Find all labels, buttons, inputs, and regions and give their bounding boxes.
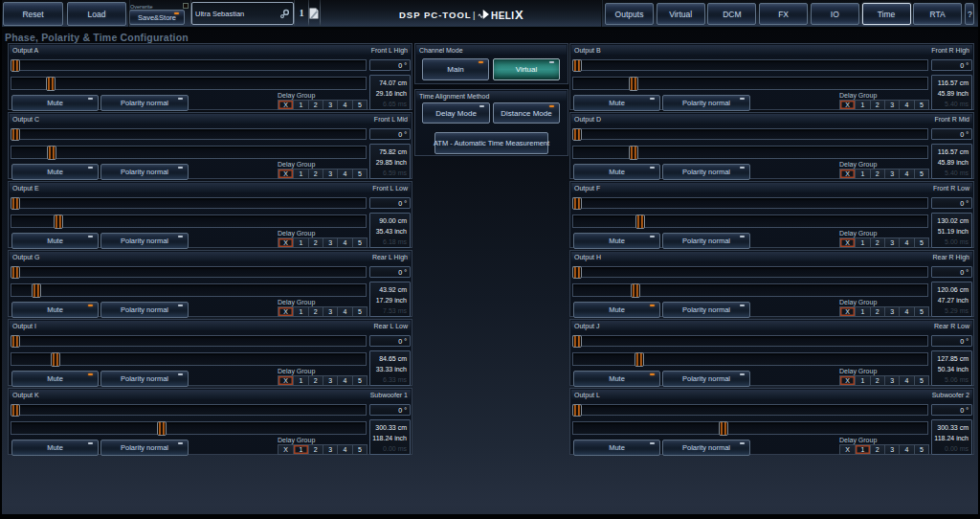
mute-button[interactable]: Mute (573, 371, 660, 387)
delay-slider[interactable] (11, 146, 367, 159)
delay-group-option-x[interactable]: X (840, 445, 855, 454)
delay-group-option-2[interactable]: 2 (308, 169, 323, 178)
delay-group-option-1[interactable]: 1 (855, 101, 869, 109)
delay-group-option-5[interactable]: 5 (914, 376, 928, 385)
phase-slider-handle[interactable] (11, 404, 20, 417)
delay-group-option-x[interactable]: X (278, 445, 293, 454)
mute-button[interactable]: Mute (573, 302, 660, 318)
delay-group-option-1[interactable]: 1 (293, 445, 307, 454)
delay-group-option-3[interactable]: 3 (323, 376, 337, 385)
delay-slider-handle[interactable] (47, 146, 56, 160)
delay-group-option-3[interactable]: 3 (323, 101, 337, 109)
polarity-button[interactable]: Polarity normal (100, 440, 189, 456)
delay-group-option-2[interactable]: 2 (870, 169, 884, 178)
nav-button-outputs[interactable]: Outputs (605, 3, 654, 25)
delay-group-option-4[interactable]: 4 (899, 376, 913, 385)
delay-group-option-4[interactable]: 4 (899, 169, 913, 178)
search-icon[interactable] (279, 9, 290, 19)
mute-button[interactable]: Mute (573, 164, 660, 180)
delay-group-option-5[interactable]: 5 (352, 307, 367, 316)
delay-group-option-4[interactable]: 4 (337, 238, 351, 247)
delay-slider[interactable] (572, 352, 928, 366)
delay-group-option-x[interactable]: X (840, 238, 855, 247)
phase-slider[interactable] (572, 197, 928, 209)
delay-group-option-2[interactable]: 2 (308, 376, 323, 385)
delay-group-option-2[interactable]: 2 (870, 445, 884, 454)
time-alignment-distance-mode[interactable]: Distance Mode (493, 102, 560, 124)
polarity-button[interactable]: Polarity normal (100, 95, 189, 111)
delay-group-option-2[interactable]: 2 (308, 238, 323, 247)
delay-group-option-2[interactable]: 2 (870, 376, 884, 385)
polarity-button[interactable]: Polarity normal (662, 95, 750, 111)
delay-group-option-5[interactable]: 5 (914, 101, 928, 109)
delay-group-option-4[interactable]: 4 (899, 445, 913, 454)
delay-group-option-5[interactable]: 5 (352, 376, 367, 385)
mute-button[interactable]: Mute (573, 95, 660, 111)
polarity-button[interactable]: Polarity normal (662, 233, 750, 249)
delay-slider[interactable] (572, 214, 928, 228)
delay-slider[interactable] (11, 77, 367, 90)
document-icon[interactable] (308, 2, 320, 25)
phase-slider-handle[interactable] (572, 335, 582, 348)
channel-mode-main[interactable]: Main (422, 58, 489, 80)
phase-slider-handle[interactable] (11, 59, 20, 72)
delay-group-option-3[interactable]: 3 (884, 376, 899, 385)
delay-slider[interactable] (572, 77, 928, 90)
delay-slider-handle[interactable] (719, 421, 728, 436)
delay-group-option-3[interactable]: 3 (884, 238, 899, 247)
phase-slider[interactable] (11, 335, 367, 347)
channel-mode-virtual[interactable]: Virtual (493, 58, 560, 80)
polarity-button[interactable]: Polarity normal (662, 371, 750, 387)
delay-group-option-1[interactable]: 1 (855, 238, 869, 247)
phase-slider-handle[interactable] (11, 266, 20, 279)
delay-group-option-1[interactable]: 1 (855, 307, 869, 316)
nav-button-io[interactable]: IO (811, 3, 859, 25)
atm-button[interactable]: ATM - Automatic Time Measurement (434, 132, 548, 154)
mute-button[interactable]: Mute (11, 440, 99, 456)
delay-slider[interactable] (11, 283, 367, 297)
load-button[interactable]: Load (67, 2, 126, 26)
delay-group-option-4[interactable]: 4 (337, 307, 351, 316)
delay-group-option-3[interactable]: 3 (323, 445, 337, 454)
delay-group-option-5[interactable]: 5 (352, 238, 367, 247)
setup-name-field[interactable]: Ultra Sebastian (191, 2, 294, 25)
delay-group-option-x[interactable]: X (278, 307, 293, 316)
delay-slider-handle[interactable] (157, 421, 167, 436)
polarity-button[interactable]: Polarity normal (100, 302, 189, 318)
delay-group-option-4[interactable]: 4 (337, 169, 351, 178)
phase-slider-handle[interactable] (572, 404, 582, 417)
delay-slider[interactable] (572, 283, 928, 297)
mute-button[interactable]: Mute (573, 233, 660, 249)
nav-button-rta[interactable]: RTA (913, 3, 962, 25)
save-store-button[interactable]: Save&Store (129, 10, 185, 25)
delay-slider-handle[interactable] (46, 77, 56, 91)
nav-button-time[interactable]: Time (862, 3, 911, 25)
delay-group-option-5[interactable]: 5 (352, 101, 367, 109)
delay-group-option-x[interactable]: X (840, 169, 855, 178)
delay-group-option-5[interactable]: 5 (914, 307, 928, 316)
delay-group-option-3[interactable]: 3 (323, 307, 337, 316)
phase-slider-handle[interactable] (11, 197, 20, 210)
delay-slider[interactable] (572, 146, 928, 159)
phase-slider[interactable] (572, 59, 928, 71)
delay-group-option-x[interactable]: X (840, 101, 855, 109)
delay-group-option-4[interactable]: 4 (899, 101, 913, 109)
delay-slider[interactable] (11, 421, 367, 435)
delay-slider-handle[interactable] (32, 283, 41, 298)
mute-button[interactable]: Mute (573, 440, 660, 456)
mute-button[interactable]: Mute (11, 164, 99, 180)
delay-group-option-3[interactable]: 3 (884, 445, 899, 454)
delay-group-option-5[interactable]: 5 (914, 445, 928, 454)
delay-group-option-1[interactable]: 1 (855, 169, 869, 178)
phase-slider[interactable] (11, 128, 367, 140)
delay-group-option-3[interactable]: 3 (884, 169, 899, 178)
delay-group-option-x[interactable]: X (278, 376, 293, 385)
reset-button[interactable]: Reset (3, 2, 63, 26)
delay-group-option-5[interactable]: 5 (914, 238, 928, 247)
delay-group-option-5[interactable]: 5 (914, 169, 928, 178)
phase-slider[interactable] (572, 404, 928, 416)
delay-group-option-1[interactable]: 1 (293, 376, 307, 385)
delay-group-option-2[interactable]: 2 (308, 101, 323, 109)
delay-slider-handle[interactable] (635, 214, 645, 229)
nav-button-dcm[interactable]: DCM (707, 3, 756, 25)
